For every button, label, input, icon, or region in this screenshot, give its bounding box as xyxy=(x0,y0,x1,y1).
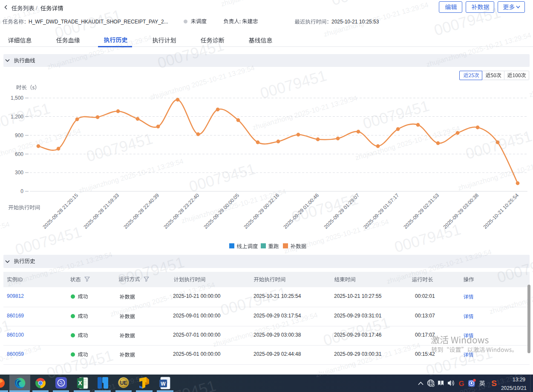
svg-text:2025-09-29 01:00:46: 2025-09-29 01:00:46 xyxy=(282,192,320,230)
svg-text:2025-09-28 21:20:15: 2025-09-28 21:20:15 xyxy=(41,192,79,230)
svg-text:S: S xyxy=(491,379,497,388)
svg-text:2025-09-29 03:00:38: 2025-09-29 03:00:38 xyxy=(442,192,480,230)
svg-text:G: G xyxy=(458,380,464,388)
svg-text:UE: UE xyxy=(120,380,127,386)
svg-text:2025-09-29 00:32:16: 2025-09-29 00:32:16 xyxy=(242,192,280,230)
svg-text:2025-09-29 02:31:53: 2025-09-29 02:31:53 xyxy=(402,192,440,230)
svg-text:13:29: 13:29 xyxy=(513,377,525,383)
svg-text:1,200: 1,200 xyxy=(11,114,23,120)
svg-text:00079451: 00079451 xyxy=(321,314,392,349)
svg-text:2025/10/21: 2025/10/21 xyxy=(501,385,527,391)
svg-text:2025-09-29 01:29:07: 2025-09-29 01:29:07 xyxy=(323,192,360,230)
svg-text:X: X xyxy=(78,380,82,386)
svg-text:W: W xyxy=(161,381,166,387)
svg-text:900: 900 xyxy=(15,133,23,138)
svg-text:300: 300 xyxy=(15,170,23,176)
svg-text:600: 600 xyxy=(15,151,23,157)
svg-text:2025-10-21 10:25:54: 2025-10-21 10:25:54 xyxy=(482,192,520,230)
svg-text:2025-09-28 22:40:39: 2025-09-28 22:40:39 xyxy=(122,192,160,230)
svg-text:2025-09-28 21:59:33: 2025-09-28 21:59:33 xyxy=(82,192,120,230)
svg-text:2025-09-29 01:57:17: 2025-09-29 01:57:17 xyxy=(362,192,400,230)
svg-text:0: 0 xyxy=(20,188,23,194)
svg-text:2025-09-29 00:00:05: 2025-09-29 00:00:05 xyxy=(202,192,240,230)
svg-text:2025-09-28 23:22:40: 2025-09-28 23:22:40 xyxy=(162,192,200,230)
svg-text:1,500: 1,500 xyxy=(11,95,23,101)
svg-text:zhujianzhong 2025-10-21 13:29:: zhujianzhong 2025-10-21 13:29:54 xyxy=(314,341,421,378)
